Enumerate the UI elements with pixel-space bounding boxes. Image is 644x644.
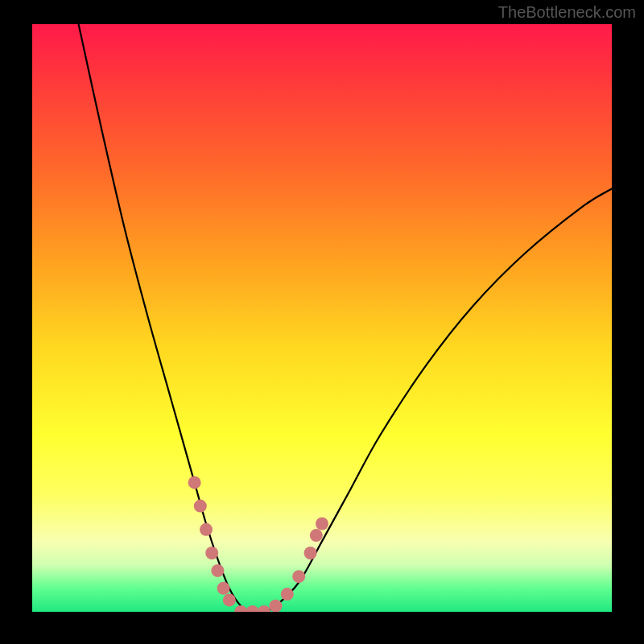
valley-marker [292, 570, 305, 583]
valley-marker [234, 605, 247, 612]
chart-svg [32, 24, 612, 612]
valley-markers-group [188, 476, 328, 612]
valley-marker [217, 582, 230, 595]
valley-marker [310, 529, 323, 542]
valley-marker [194, 500, 207, 513]
bottleneck-curve-line [79, 24, 612, 612]
valley-marker [188, 476, 201, 489]
watermark-text: TheBottleneck.com [498, 3, 636, 22]
chart-plot-area [32, 24, 612, 612]
valley-marker [200, 523, 213, 536]
valley-marker [304, 547, 317, 559]
valley-marker [316, 518, 328, 530]
valley-marker [269, 600, 282, 612]
valley-marker [211, 564, 224, 577]
valley-marker [205, 547, 218, 559]
valley-marker [246, 605, 259, 612]
valley-marker [258, 605, 270, 612]
valley-marker [223, 593, 236, 606]
valley-marker [281, 588, 294, 601]
